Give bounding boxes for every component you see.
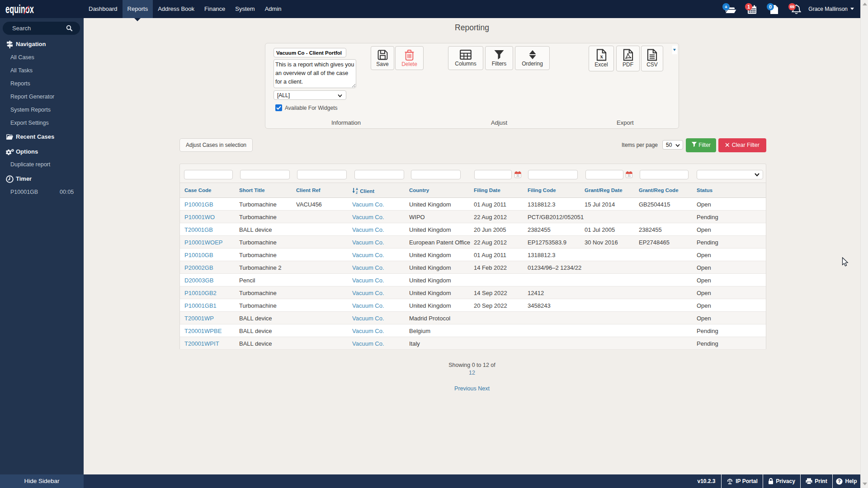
- svg-text:Z: Z: [356, 191, 358, 194]
- svg-text:?: ?: [838, 479, 841, 484]
- svg-text:A: A: [356, 188, 358, 191]
- svg-text:31: 31: [627, 174, 631, 177]
- svg-text:31: 31: [516, 174, 520, 177]
- svg-text:equinox: equinox: [5, 2, 34, 16]
- svg-text:x: x: [600, 53, 603, 60]
